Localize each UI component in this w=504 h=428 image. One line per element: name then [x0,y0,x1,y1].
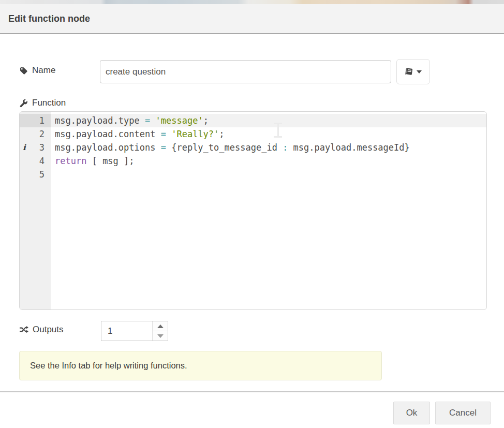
editor-gutter: 12i345 [20,112,51,309]
caret-down-icon [157,334,164,338]
info-annotation-icon: i [23,141,26,154]
ok-button[interactable]: Ok [393,402,430,424]
outputs-spinner [101,321,168,341]
caret-up-icon [157,324,164,328]
background-workspace-strip [0,0,504,4]
outputs-label-row: Outputs [19,324,64,335]
name-label: Name [32,65,55,76]
shuffle-icon [19,326,28,334]
code-line[interactable]: msg.payload.type = 'message'; [51,114,486,127]
code-line[interactable] [51,168,486,181]
library-dropdown-button[interactable] [396,59,430,84]
dialog-title: Edit function node [8,13,90,24]
name-input[interactable] [100,60,391,83]
info-tip-box: See the Info tab for help writing functi… [19,351,382,380]
gutter-line-number: 5 [20,168,51,181]
code-line[interactable]: msg.payload.content = 'Really?'; [51,127,486,141]
dialog-footer: Ok Cancel [0,392,504,428]
name-label-row: Name [19,65,55,76]
outputs-label: Outputs [33,324,64,335]
function-label-row: Function [19,98,66,108]
chevron-down-icon [417,70,422,73]
spinner-buttons [152,321,168,341]
gutter-line-number: 1 [20,114,51,127]
wrench-icon [19,99,28,108]
dialog-header: Edit function node [0,4,504,34]
outputs-input[interactable] [101,321,152,341]
info-tip-text: See the Info tab for help writing functi… [30,361,187,371]
function-label: Function [32,98,66,108]
gutter-line-number: 2 [20,127,51,141]
gutter-line-number: i3 [20,141,51,154]
book-icon [405,68,413,76]
spinner-up-button[interactable] [153,321,168,331]
function-code-editor[interactable]: 12i345 msg.payload.type = 'message';msg.… [19,111,487,310]
tag-icon [19,66,28,75]
gutter-line-number: 4 [20,154,51,168]
code-line[interactable]: return [ msg ]; [51,154,486,168]
editor-code[interactable]: msg.payload.type = 'message';msg.payload… [51,112,486,309]
spinner-down-button[interactable] [153,331,168,341]
edit-function-node-dialog: Edit function node Name Function 12i345 … [0,4,504,428]
cancel-button[interactable]: Cancel [435,402,491,424]
code-line[interactable]: msg.payload.options = {reply_to_message_… [51,141,486,154]
